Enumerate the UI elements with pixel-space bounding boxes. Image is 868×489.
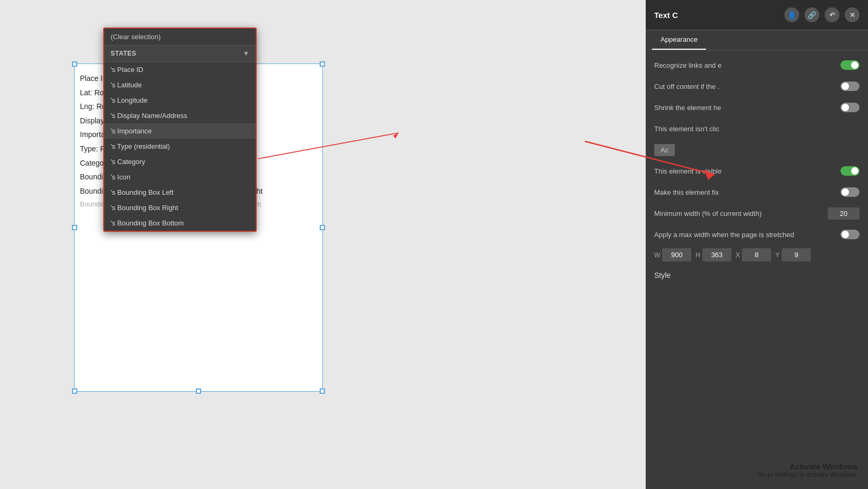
max-width-toggle[interactable] — [840, 230, 860, 239]
row-cut-off: Cut off content if the . — [654, 79, 860, 94]
panel-body: Recognize links and e Cut off content if… — [646, 50, 868, 290]
style-label: Style — [654, 271, 860, 279]
dropdown-clear-option[interactable]: (Clear selection) — [104, 29, 256, 46]
dim-x-label: X — [736, 251, 740, 259]
recognize-links-label: Recognize links and e — [654, 61, 840, 69]
visible-label: This element is visible — [654, 167, 840, 175]
row-clickable: This element isn't clic — [654, 121, 860, 136]
dim-y-label: Y — [775, 251, 780, 259]
fixed-label: Make this element fix — [654, 188, 840, 196]
dropdown-item-3[interactable]: 's Display Name/Address — [104, 108, 256, 123]
min-width-input[interactable] — [828, 207, 860, 220]
fixed-toggle[interactable] — [840, 187, 860, 197]
handle-tl[interactable] — [72, 61, 77, 67]
dropdown-overlay: (Clear selection) STATES ▼ 's Place ID '… — [103, 28, 257, 232]
handle-ml[interactable] — [72, 225, 77, 230]
panel-title: Text C — [654, 11, 678, 20]
dropdown-item-1[interactable]: 's Latitude — [104, 77, 256, 93]
svg-marker-1 — [393, 133, 399, 139]
dim-x-group: X — [736, 248, 771, 261]
dropdown-item-5[interactable]: 's Type (residential) — [104, 139, 256, 154]
shrink-toggle[interactable] — [840, 103, 860, 112]
dropdown-item-4[interactable]: 's Importance — [104, 123, 256, 139]
row-style: Style — [654, 268, 860, 283]
clickable-label: This element isn't clic — [654, 125, 860, 133]
handle-br[interactable] — [320, 388, 325, 394]
max-width-label: Apply a max width when the page is stret… — [654, 231, 840, 239]
close-icon[interactable]: ✕ — [845, 7, 860, 22]
row-recognize-links: Recognize links and e — [654, 58, 860, 73]
dim-y-input[interactable] — [782, 248, 811, 261]
dimensions-row: W H X Y — [654, 248, 860, 261]
recognize-links-toggle[interactable] — [840, 60, 860, 70]
activate-windows-subtitle: Go to Settings to activate Windows. — [757, 471, 857, 478]
dropdown-item-2[interactable]: 's Longitude — [104, 93, 256, 108]
dim-h-input[interactable] — [702, 248, 731, 261]
shrink-label: Shrink the element he — [654, 104, 840, 112]
link-icon[interactable]: 🔗 — [804, 7, 819, 22]
cut-off-label: Cut off content if the . — [654, 83, 840, 90]
tab-appearance[interactable]: Appearance — [652, 30, 706, 50]
panel-header: Text C 👤 🔗 ↶ ✕ — [646, 0, 868, 30]
dropdown-arrow-icon: ▼ — [243, 50, 249, 57]
handle-bl[interactable] — [72, 388, 77, 394]
handle-bm[interactable] — [196, 388, 201, 394]
handle-tr[interactable] — [320, 61, 325, 67]
dropdown-item-0[interactable]: 's Place ID — [104, 62, 256, 77]
person-icon[interactable]: 👤 — [784, 7, 799, 22]
min-width-label: Minimum width (% of current width) — [654, 210, 828, 218]
dim-w-input[interactable] — [662, 248, 691, 261]
row-shrink: Shrink the element he — [654, 100, 860, 115]
dropdown-header: STATES ▼ — [104, 46, 256, 62]
visible-toggle[interactable] — [840, 166, 860, 176]
dropdown-item-6[interactable]: 's Category — [104, 154, 256, 169]
tab-bar: Appearance — [646, 30, 868, 50]
ac-button[interactable]: Ac — [654, 144, 675, 156]
activate-windows-title: Activate Windows — [757, 462, 857, 471]
panel-header-icons: 👤 🔗 ↶ ✕ — [784, 7, 860, 22]
dropdown-section-label: STATES — [111, 50, 137, 57]
dim-h-label: H — [695, 251, 700, 259]
row-max-width: Apply a max width when the page is stret… — [654, 227, 860, 242]
dim-x-input[interactable] — [742, 248, 771, 261]
dim-y-group: Y — [775, 248, 811, 261]
handle-mr[interactable] — [320, 225, 325, 230]
right-panel: Text C 👤 🔗 ↶ ✕ Appearance Recognize link… — [646, 0, 868, 489]
activate-windows: Activate Windows Go to Settings to activ… — [757, 462, 857, 478]
row-fixed: Make this element fix — [654, 185, 860, 200]
cut-off-toggle[interactable] — [840, 82, 860, 91]
undo-icon[interactable]: ↶ — [825, 7, 839, 22]
row-ac: Ac — [654, 142, 860, 157]
dropdown-item-8[interactable]: 's Bounding Box Left — [104, 185, 256, 200]
dim-h-group: H — [695, 248, 731, 261]
dropdown-item-7[interactable]: 's Icon — [104, 169, 256, 185]
dropdown-item-10[interactable]: 's Bounding Box Bottom — [104, 215, 256, 231]
row-visible: This element is visible — [654, 164, 860, 178]
dim-w-label: W — [654, 251, 660, 259]
row-min-width: Minimum width (% of current width) — [654, 206, 860, 221]
dim-w-group: W — [654, 248, 691, 261]
dropdown-item-9[interactable]: 's Bounding Box Right — [104, 200, 256, 215]
